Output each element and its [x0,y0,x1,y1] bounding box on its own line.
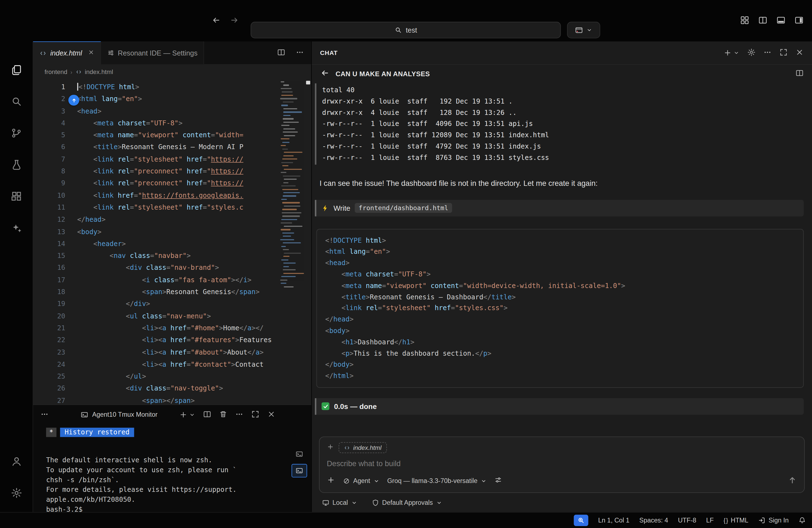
language-mode[interactable]: { } HTML [724,517,749,524]
panel-more-icon[interactable] [40,410,48,420]
new-chat-button[interactable] [723,48,739,57]
chat-footer: Local Default Approvals [312,493,812,513]
terminal-body[interactable]: * History restored The default interacti… [33,425,311,513]
history-forward-button[interactable] [230,15,240,26]
model-label: Groq — llama-3.3-70b-versatile [387,477,478,484]
toggle-panel-button[interactable] [777,15,786,26]
new-terminal-button[interactable] [179,411,195,419]
tool-status-text: 0.0s — done [334,402,377,411]
layout-grid-button[interactable] [740,15,749,26]
chat-more-icon[interactable] [764,48,772,58]
composer-input[interactable]: Describe what to build [327,459,797,468]
history-back-button[interactable] [211,15,221,26]
thread-back-button[interactable] [320,68,330,79]
split-terminal-icon[interactable] [203,410,211,420]
chevron-down-icon [481,478,487,484]
kill-terminal-icon[interactable] [219,410,228,420]
tool-call-write[interactable]: Write frontend/dashboard.html [315,200,804,216]
agent-mode-selector[interactable]: Agent [343,477,379,484]
chevron-down-icon [351,500,358,506]
monitor-icon [322,499,329,507]
ls-output: total 40 drwxr-xr-x 6 louie staff 192 De… [322,86,549,161]
cursor-position[interactable]: Ln 1, Col 1 [598,517,629,524]
editor-group: index.html Resonant IDE — Settings front… [33,41,311,513]
code-editor[interactable]: 1<!DOCTYPE html>2<html lang="en">3<head>… [33,79,311,405]
add-context-button[interactable] [327,443,334,452]
restore-star: * [46,428,56,437]
chat-settings-gear-icon[interactable] [748,48,756,58]
code-file-icon [40,49,47,57]
terminal-tab[interactable]: Agent10 Tmux Monitor [81,411,158,419]
breadcrumb[interactable]: frontend › index.html [33,64,311,79]
maximize-panel-icon[interactable] [251,410,260,420]
tab-close-icon[interactable] [88,49,94,57]
extensions-icon[interactable] [0,180,33,212]
terminal-text: The default interactive shell is now zsh… [46,445,311,513]
terminal-panel: Agent10 Tmux Monitor [33,404,311,513]
toggle-secondary-sidebar-button[interactable] [794,15,804,26]
restore-label: History restored [60,428,134,437]
editor-more-actions-icon[interactable] [296,48,304,58]
send-button[interactable] [788,475,797,486]
chat-maximize-icon[interactable] [779,48,788,58]
sign-in-button[interactable]: Sign In [758,517,788,524]
indentation[interactable]: Spaces: 4 [639,517,668,524]
thread-columns-icon[interactable] [795,69,804,78]
chat-messages[interactable]: total 40 drwxr-xr-x 6 louie staff 192 De… [312,82,812,433]
chat-composer[interactable]: index.html Describe what to build Agent … [319,437,805,493]
chat-code-lines: <!DOCTYPE html><html lang="en"><head> <m… [325,235,795,381]
tune-icon [107,49,114,56]
editor-tabs: index.html Resonant IDE — Settings [33,41,311,64]
status-bar: Ln 1, Col 1 Spaces: 4 UTF-8 LF { } HTML … [0,512,812,528]
chat-close-icon[interactable] [795,48,804,58]
chat-panel: CHAT CAN U MAKE AN ANALYSES [311,41,812,513]
approvals-selector[interactable]: Default Approvals [372,499,442,507]
activity-bar [0,41,33,513]
minimap[interactable] [280,81,304,287]
attach-button[interactable] [327,476,335,486]
breadcrumb-file[interactable]: index.html [85,69,113,76]
close-panel-icon[interactable] [267,410,276,420]
notifications-bell-icon[interactable] [798,517,806,524]
chat-code-block: <!DOCTYPE html><html lang="en"><head> <m… [317,229,804,388]
shield-icon [372,499,379,507]
settings-gear-icon[interactable] [0,477,33,509]
source-control-icon[interactable] [0,117,33,149]
braces-icon: { } [724,517,728,524]
terminal-more-icon[interactable] [235,410,244,420]
terminal-header: Agent10 Tmux Monitor [33,405,311,424]
account-icon[interactable] [0,445,33,477]
terminal-rail-item[interactable] [292,448,307,461]
search-icon [394,27,402,34]
explorer-icon[interactable] [0,54,33,85]
tab-settings[interactable]: Resonant IDE — Settings [101,41,204,64]
terminal-rail-item-selected[interactable] [292,464,307,478]
model-params-icon[interactable] [495,476,502,485]
eol-sequence[interactable]: LF [706,517,714,524]
terminal-output-block: total 40 drwxr-xr-x 6 louie staff 192 De… [315,84,805,165]
tab-index-html[interactable]: index.html [33,41,101,64]
browser-preview-button[interactable] [567,22,600,39]
chevron-down-icon [436,500,443,506]
tab-label: index.html [50,49,82,57]
check-icon [321,402,329,410]
context-chip-label: index.html [353,444,382,451]
test-beaker-icon[interactable] [0,149,33,180]
model-selector[interactable]: Groq — llama-3.3-70b-versatile [387,477,487,484]
tool-file-path: frontend/dashboard.html [355,203,452,213]
editor-scrollbar[interactable] [306,81,310,85]
gutter-action-badge[interactable] [69,95,79,105]
search-sidebar-icon[interactable] [0,85,33,117]
split-editor-icon[interactable] [277,48,285,58]
ai-sparkle-icon[interactable] [0,212,33,243]
agent-mode-label: Agent [353,477,370,484]
breadcrumb-folder[interactable]: frontend [44,69,68,76]
zoom-button[interactable] [574,515,589,526]
command-search-bar[interactable]: test [251,22,561,39]
environment-selector[interactable]: Local [322,499,357,507]
toggle-split-editor-button[interactable] [758,15,768,26]
agent-icon [343,477,350,484]
context-chip-index-html[interactable]: index.html [338,442,387,453]
code-file-icon [344,444,350,451]
encoding[interactable]: UTF-8 [678,517,696,524]
